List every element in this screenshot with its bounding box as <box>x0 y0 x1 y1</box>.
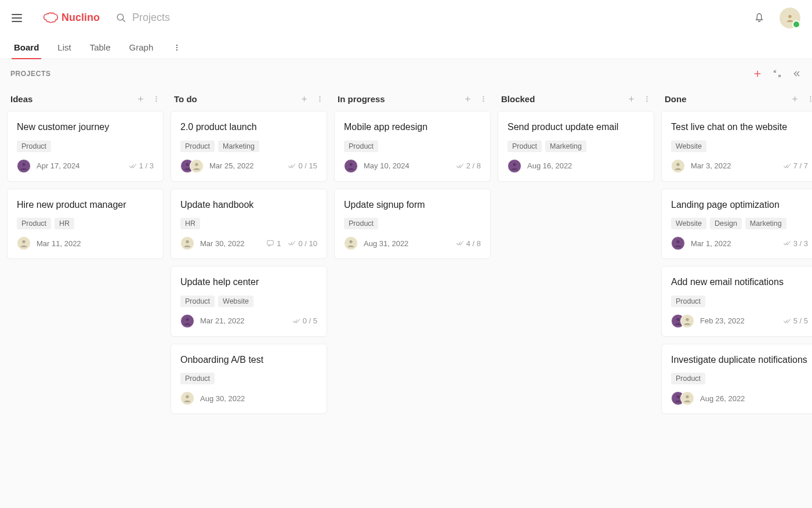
brain-icon <box>43 12 58 24</box>
card-footer: Mar 1, 20223 / 3 <box>671 236 808 250</box>
board-actions <box>753 69 802 78</box>
column-header: To do <box>171 91 327 111</box>
comment-icon <box>266 239 274 247</box>
card[interactable]: Onboarding A/B testProductAug 30, 2022 <box>171 344 327 415</box>
assignees <box>180 391 194 405</box>
assignees <box>671 391 694 405</box>
comment-count: 1 <box>266 239 281 248</box>
avatar <box>507 159 521 173</box>
tab-board[interactable]: Board <box>12 37 41 59</box>
card-tags: ProductMarketing <box>507 140 644 152</box>
svg-point-28 <box>483 96 484 98</box>
tag: Product <box>671 296 705 307</box>
card-date: May 10, 2024 <box>364 161 409 170</box>
assignees <box>507 159 521 173</box>
card-tags: HR <box>180 218 317 229</box>
notifications-icon[interactable] <box>754 13 764 23</box>
card-tags: ProductHR <box>17 218 154 229</box>
column-title: In progress <box>338 94 385 104</box>
checklist-icon <box>292 317 300 325</box>
tag: Marketing <box>218 140 259 152</box>
avatar <box>17 159 31 173</box>
topbar-actions <box>754 8 800 28</box>
column-menu-icon[interactable] <box>643 95 651 103</box>
card-title: New customer journey <box>17 121 154 134</box>
card-title: Hire new product manager <box>17 199 154 211</box>
card-footer: Mar 21, 20220 / 5 <box>180 314 317 328</box>
svg-point-48 <box>676 395 679 398</box>
svg-point-29 <box>483 98 484 99</box>
card-date: Aug 26, 2022 <box>700 394 745 403</box>
svg-point-25 <box>186 395 188 398</box>
search-input[interactable]: Projects <box>116 12 754 24</box>
column-menu-icon[interactable] <box>316 95 324 103</box>
checklist-count: 0 / 15 <box>288 161 317 170</box>
card-title: Investigate duplicate notifications <box>671 354 808 366</box>
add-card-icon[interactable] <box>628 95 635 103</box>
card[interactable]: Update help centerProductWebsiteMar 21, … <box>171 266 327 337</box>
card-title: Landing page optimization <box>671 199 808 211</box>
add-card-icon[interactable] <box>464 95 472 103</box>
card[interactable]: New customer journeyProductApr 17, 20241… <box>7 111 164 182</box>
tab-table[interactable]: Table <box>88 37 113 58</box>
card-date: Mar 30, 2022 <box>200 239 245 248</box>
chevron-left-double-icon[interactable] <box>792 69 802 78</box>
column-done: DoneTest live chat on the websiteWebsite… <box>661 91 812 496</box>
svg-rect-23 <box>267 241 274 246</box>
tab-more-icon[interactable] <box>169 40 184 55</box>
assignees <box>344 236 358 250</box>
card[interactable]: Hire new product managerProductHRMar 11,… <box>7 189 164 260</box>
card[interactable]: Investigate duplicate notificationsProdu… <box>661 344 812 415</box>
assignees <box>180 159 204 173</box>
card-title: 2.0 product launch <box>180 121 317 134</box>
tab-graph[interactable]: Graph <box>127 37 156 58</box>
checklist-icon <box>783 317 791 325</box>
logo[interactable]: Nuclino <box>43 12 100 24</box>
tag: Marketing <box>545 140 586 152</box>
checklist-count: 5 / 5 <box>783 316 808 325</box>
card-footer: Mar 11, 2022 <box>17 236 154 250</box>
add-item-icon[interactable] <box>753 69 762 78</box>
svg-point-30 <box>483 100 484 102</box>
checklist-count: 0 / 5 <box>292 316 317 325</box>
add-card-icon[interactable] <box>791 95 799 103</box>
column-menu-icon[interactable] <box>480 95 487 103</box>
card-footer: Feb 23, 20225 / 5 <box>671 314 808 328</box>
card[interactable]: Add new email notificationsProductFeb 23… <box>661 266 812 337</box>
board: IdeasNew customer journeyProductApr 17, … <box>0 88 812 508</box>
topbar: Nuclino Projects <box>0 0 812 36</box>
avatar <box>671 236 685 250</box>
card[interactable]: Mobile app redesignProductMay 10, 20242 … <box>334 111 491 182</box>
collapse-icon[interactable] <box>773 69 782 78</box>
card-date: Mar 11, 2022 <box>37 239 81 248</box>
card-tags: Product <box>671 373 808 384</box>
add-card-icon[interactable] <box>137 95 144 103</box>
svg-point-4 <box>176 46 177 48</box>
tag: Product <box>344 218 378 229</box>
avatar <box>671 159 685 173</box>
card[interactable]: Landing page optimizationWebsiteDesignMa… <box>661 189 812 260</box>
svg-point-36 <box>646 98 647 99</box>
card[interactable]: Send product update emailProductMarketin… <box>498 111 654 182</box>
card[interactable]: Test live chat on the websiteWebsiteMar … <box>661 111 812 182</box>
card-title: Update help center <box>180 276 317 289</box>
svg-point-22 <box>186 240 188 243</box>
card-tags: Product <box>180 373 317 384</box>
card[interactable]: Update signup formProductAug 31, 20224 /… <box>334 189 491 260</box>
svg-point-19 <box>319 100 320 102</box>
card-title: Update signup form <box>344 199 481 211</box>
card-tags: ProductWebsite <box>180 296 317 307</box>
add-card-icon[interactable] <box>300 95 308 103</box>
column-menu-icon[interactable] <box>153 95 160 103</box>
svg-point-17 <box>319 96 320 98</box>
tab-list[interactable]: List <box>55 37 73 58</box>
card[interactable]: 2.0 product launchProductMarketingMar 25… <box>171 111 327 182</box>
column-blocked: BlockedSend product update emailProductM… <box>498 91 654 496</box>
user-avatar[interactable] <box>780 8 800 28</box>
card[interactable]: Update handbookHRMar 30, 202210 / 10 <box>171 189 327 260</box>
svg-point-46 <box>676 318 679 320</box>
column-menu-icon[interactable] <box>807 95 812 103</box>
column-title: Done <box>665 94 687 104</box>
tag: Website <box>671 140 706 152</box>
menu-toggle[interactable] <box>12 11 26 25</box>
